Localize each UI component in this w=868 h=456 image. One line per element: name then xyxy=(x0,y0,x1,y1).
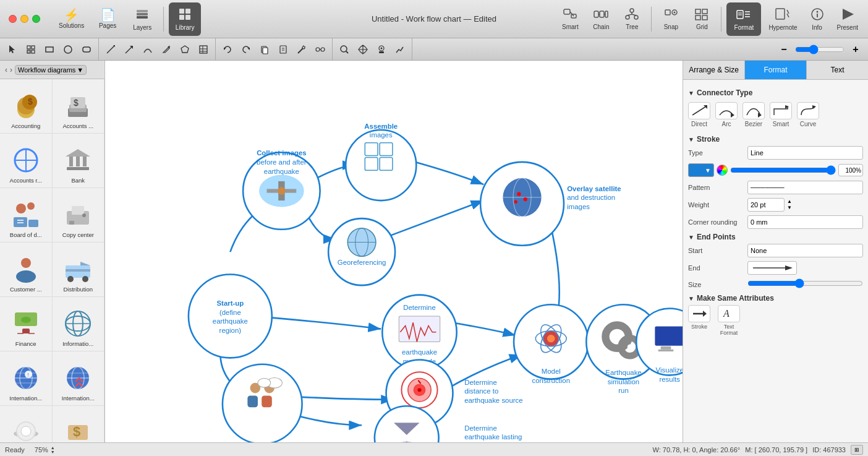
back-arrow[interactable]: ‹ xyxy=(5,66,7,74)
svg-text:Model: Model xyxy=(542,368,561,375)
tab-text[interactable]: Text xyxy=(807,61,868,79)
layers-button[interactable]: Layers xyxy=(126,2,158,36)
weight-input[interactable] xyxy=(747,198,785,212)
canvas-area[interactable]: Start-up (define earthquake region) Coll… xyxy=(105,61,683,456)
info-button[interactable]: Info xyxy=(805,2,830,36)
svg-marker-233 xyxy=(703,311,707,317)
svg-rect-93 xyxy=(67,167,89,170)
pan-tool[interactable] xyxy=(354,41,372,58)
color-picker[interactable] xyxy=(717,165,728,176)
snap-button[interactable]: Snap xyxy=(657,2,685,36)
svg-text:earthquake source: earthquake source xyxy=(464,397,522,404)
forward-arrow[interactable]: › xyxy=(10,66,12,74)
zoom-slider[interactable] xyxy=(795,45,845,54)
lib-label-international2: Internation... xyxy=(62,395,95,402)
corner-select[interactable]: 0 mm 2 mm 5 mm xyxy=(747,215,863,229)
lib-item-customer[interactable]: Customer ... xyxy=(0,243,53,297)
undo-tool[interactable] xyxy=(219,41,236,58)
fit-button[interactable]: ⊞ xyxy=(851,445,863,455)
lib-label-international1: Internation... xyxy=(9,395,42,402)
paste-style-tool[interactable] xyxy=(274,41,292,58)
svg-rect-10 xyxy=(594,11,598,17)
lib-item-board[interactable]: Board of d... xyxy=(0,188,53,243)
stamp-tool[interactable] xyxy=(373,41,390,58)
svg-text:before and after: before and after xyxy=(257,158,307,166)
table-tool[interactable] xyxy=(195,41,212,58)
zoom-stepper[interactable]: ▲ ▼ xyxy=(51,445,55,454)
pattern-select[interactable]: ─────── - - - - - · · · · · xyxy=(747,181,863,194)
chain-button[interactable]: Chain xyxy=(587,2,615,36)
connector-smart[interactable]: Smart xyxy=(770,102,792,127)
connector-arc[interactable]: Arc xyxy=(715,102,738,127)
opacity-slider[interactable] xyxy=(730,165,836,175)
lib-item-accounting[interactable]: $ Accounting xyxy=(0,79,53,134)
layers-label: Layers xyxy=(133,24,151,31)
solutions-button[interactable]: ⚡ Solutions xyxy=(54,2,89,36)
type-select[interactable]: Line Dashed Dotted xyxy=(747,146,863,160)
stroke-section[interactable]: ▼ Stroke xyxy=(688,135,863,144)
zoom-out-button[interactable]: − xyxy=(775,41,793,58)
lib-item-bank[interactable]: Bank xyxy=(53,134,105,188)
copy-style-tool[interactable] xyxy=(256,41,273,58)
endpoints-section[interactable]: ▼ End Points xyxy=(688,233,863,241)
connector-bezier[interactable]: Bezier xyxy=(742,102,765,127)
weight-stepper[interactable]: ▲ ▼ xyxy=(787,199,792,210)
tree-button[interactable]: Tree xyxy=(618,2,646,36)
library-button[interactable]: Library xyxy=(169,2,201,36)
select-tool[interactable] xyxy=(4,41,21,58)
tab-arrange-size[interactable]: Arrange & Size xyxy=(683,61,745,79)
make-same-text-format[interactable]: A TextFormat xyxy=(718,305,740,336)
close-button[interactable] xyxy=(9,15,17,23)
lib-item-finance[interactable]: Finance xyxy=(0,297,53,351)
redo-tool[interactable] xyxy=(237,41,255,58)
lib-item-accounts[interactable]: $ Accounts ... xyxy=(53,79,105,134)
end-arrow-preview[interactable] xyxy=(747,261,797,275)
maximize-button[interactable] xyxy=(32,15,40,23)
magic-wand-tool[interactable] xyxy=(293,41,310,58)
lib-item-distribution[interactable]: Distribution xyxy=(53,243,105,297)
make-same-section[interactable]: ▼ Make Same Attributes xyxy=(688,294,863,303)
tab-format[interactable]: Format xyxy=(745,61,807,79)
library-dropdown[interactable]: Workflow diagrams ▼ xyxy=(15,65,87,75)
format-button[interactable]: Format xyxy=(726,2,761,36)
rounded-rect-tool[interactable] xyxy=(78,41,95,58)
svg-text:images: images xyxy=(370,131,393,139)
curve-tool[interactable] xyxy=(139,41,156,58)
select-all-tool[interactable] xyxy=(22,41,40,58)
pen-tool[interactable] xyxy=(158,41,175,58)
search-tool[interactable] xyxy=(336,41,353,58)
chart-tool[interactable] xyxy=(391,41,409,58)
svg-rect-5 xyxy=(179,15,184,20)
connect-tool[interactable] xyxy=(312,41,329,58)
lib-item-international1[interactable]: ↑ Internation... xyxy=(0,351,53,406)
rectangle-tool[interactable] xyxy=(41,41,58,58)
hypernote-button[interactable]: Hypernote xyxy=(764,2,802,36)
svg-rect-62 xyxy=(280,46,286,53)
lib-item-accounts-r[interactable]: + Accounts r... xyxy=(0,134,53,188)
svg-point-16 xyxy=(626,15,629,19)
polygon-tool[interactable] xyxy=(176,41,194,58)
present-button[interactable]: Present xyxy=(832,2,863,36)
size-slider[interactable] xyxy=(747,278,863,288)
lib-item-international2[interactable]: Internation... xyxy=(53,351,105,406)
pages-button[interactable]: 📄 Pages xyxy=(91,2,124,36)
line-tool[interactable] xyxy=(102,41,119,58)
connector-type-section[interactable]: ▼ Connector Type xyxy=(688,88,863,97)
arrow-tool[interactable] xyxy=(121,41,138,58)
opacity-input[interactable] xyxy=(838,164,863,176)
zoom-in-button[interactable]: + xyxy=(847,41,864,58)
connector-curve[interactable]: Curve xyxy=(797,102,819,127)
library-header: ‹ › Workflow diagrams ▼ xyxy=(0,61,104,79)
make-same-stroke[interactable]: Stroke xyxy=(688,305,710,336)
smart-button[interactable]: Smart xyxy=(556,2,584,36)
lib-item-copy-center[interactable]: Copy center xyxy=(53,188,105,243)
color-dropdown[interactable]: ▼ xyxy=(688,163,714,177)
minimize-button[interactable] xyxy=(20,15,28,23)
svg-rect-4 xyxy=(185,9,190,14)
start-select[interactable]: None Arrow Circle xyxy=(747,244,863,257)
circle-tool[interactable] xyxy=(59,41,77,58)
svg-point-113 xyxy=(21,317,31,323)
lib-item-information[interactable]: Informatio... xyxy=(53,297,105,351)
grid-button[interactable]: Grid xyxy=(687,2,716,36)
connector-direct[interactable]: Direct xyxy=(688,102,710,127)
